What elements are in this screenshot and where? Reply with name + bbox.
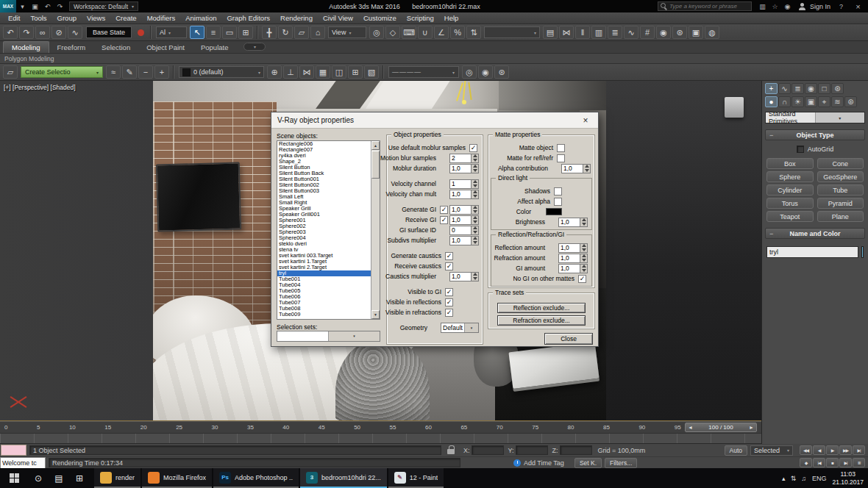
time-slider-track[interactable]: 05101520253035404550556065707580859095 ◄… bbox=[0, 421, 761, 433]
material-slot-dropdown[interactable]: 0 (default) ▾ bbox=[179, 66, 264, 78]
add-time-tag[interactable]: Add Time Tag bbox=[513, 459, 564, 467]
menu-item[interactable]: Edit bbox=[3, 14, 25, 22]
snaps-toggle-icon[interactable]: ∪ bbox=[418, 26, 433, 39]
modify-tab-icon[interactable]: ∿ bbox=[778, 83, 791, 94]
redo-icon[interactable]: ↷ bbox=[19, 26, 34, 39]
undo-icon[interactable]: ↶ bbox=[42, 1, 53, 11]
select-and-manipulate-icon[interactable]: ◇ bbox=[385, 26, 400, 39]
start-button[interactable] bbox=[0, 468, 28, 488]
value-field[interactable]: 1 bbox=[449, 179, 472, 189]
selected-set-dropdown[interactable]: Selected ▾ bbox=[750, 445, 793, 456]
go-to-end-icon[interactable]: ▶| bbox=[853, 445, 865, 455]
uvw-map-icon[interactable]: ◫ bbox=[332, 65, 346, 79]
align-icon[interactable]: ‖ bbox=[575, 26, 590, 39]
keyboard-override-icon[interactable]: ⌨ bbox=[402, 26, 416, 39]
rectangular-selection-region-icon[interactable]: ▭ bbox=[222, 26, 237, 39]
value-field[interactable]: 1,0 bbox=[558, 254, 580, 263]
primitive-button[interactable]: GeoSphere bbox=[817, 171, 864, 182]
go-to-start-icon[interactable]: ◀◀ bbox=[800, 445, 812, 455]
spinner[interactable] bbox=[583, 164, 591, 173]
menu-item[interactable]: Views bbox=[82, 14, 110, 22]
previous-frame-icon[interactable]: ◄ bbox=[688, 425, 693, 430]
property-checkbox[interactable] bbox=[554, 198, 562, 206]
menu-item[interactable]: Rendering bbox=[275, 14, 318, 22]
scroll-down-icon[interactable]: ▼ bbox=[371, 310, 380, 319]
array-tool-icon[interactable]: ▦ bbox=[316, 65, 330, 79]
curve-editor-icon[interactable]: ∿ bbox=[624, 26, 638, 39]
settings-icon[interactable]: ⊛ bbox=[494, 65, 509, 79]
taskbar-app-paint[interactable]: ✎ 12 - Paint bbox=[388, 468, 444, 488]
network-icon[interactable]: ⇅ bbox=[791, 475, 797, 482]
menu-item[interactable]: Modifiers bbox=[142, 14, 181, 22]
render-setup-icon[interactable]: ⊛ bbox=[672, 26, 687, 39]
light-color-swatch[interactable] bbox=[546, 208, 562, 215]
menu-item[interactable]: Customize bbox=[358, 14, 402, 22]
track-bar[interactable] bbox=[0, 433, 761, 444]
community-icon[interactable]: ▥ bbox=[757, 1, 768, 11]
named-selection-sets-icon[interactable]: ▤ bbox=[543, 26, 558, 39]
menu-item[interactable]: Scripting bbox=[402, 14, 439, 22]
unwrap-uvw-icon[interactable]: ⊞ bbox=[348, 65, 363, 79]
schematic-view-icon[interactable]: # bbox=[640, 26, 655, 39]
x-coordinate-field[interactable] bbox=[472, 445, 504, 455]
taskbar-app-render[interactable]: render bbox=[94, 468, 140, 488]
property-dropdown[interactable]: Default ▾ bbox=[441, 323, 479, 333]
maxscript-mini-listener[interactable] bbox=[1, 445, 26, 456]
volume-icon[interactable]: ♫ bbox=[801, 475, 806, 482]
object-type-rollout[interactable]: Object Type bbox=[765, 129, 865, 140]
value-field[interactable]: 1,0 bbox=[449, 205, 472, 215]
search-box[interactable] bbox=[658, 1, 752, 11]
favorites-icon[interactable]: ☆ bbox=[769, 1, 780, 11]
next-frame-icon[interactable]: ► bbox=[749, 425, 754, 430]
ribbon-minimize-toggle[interactable]: ▾ bbox=[243, 43, 266, 51]
property-checkbox[interactable] bbox=[440, 206, 448, 214]
scene-objects-list[interactable]: Rectangle006Rectangle007ry4ka dveriShape… bbox=[277, 140, 380, 320]
play-animation-icon[interactable]: ▶ bbox=[826, 445, 839, 455]
menu-item[interactable]: Civil View bbox=[318, 14, 358, 22]
shrink-selection-icon[interactable]: − bbox=[138, 65, 153, 79]
isolate-selection-icon[interactable]: ◎ bbox=[462, 65, 477, 79]
primitive-button[interactable]: Cone bbox=[817, 158, 864, 169]
ribbon-tab[interactable]: Populate bbox=[193, 42, 237, 53]
value-field[interactable]: 2 bbox=[449, 154, 472, 163]
space-warps-category-icon[interactable]: ≋ bbox=[831, 96, 844, 107]
percent-snap-icon[interactable]: % bbox=[450, 26, 465, 39]
workspace-dropdown[interactable]: Workspace: Default ▾ bbox=[69, 1, 138, 11]
sign-in-button[interactable]: Sign In bbox=[810, 3, 830, 10]
base-state-button[interactable]: Base State bbox=[86, 26, 132, 38]
reference-coordinate-dropdown[interactable]: View ▾ bbox=[328, 26, 366, 38]
spinner[interactable] bbox=[580, 264, 588, 273]
value-field[interactable]: 1,0 bbox=[449, 236, 472, 245]
material-editor-icon[interactable]: ◉ bbox=[656, 26, 671, 39]
primitive-button[interactable]: Cylinder bbox=[766, 184, 814, 195]
select-by-name-icon[interactable]: ≡ bbox=[206, 26, 221, 39]
utilities-tab-icon[interactable]: ⊛ bbox=[831, 83, 844, 94]
snapshot-icon[interactable]: ▧ bbox=[364, 65, 379, 79]
hierarchy-tab-icon[interactable]: ≣ bbox=[791, 83, 804, 94]
spinner[interactable] bbox=[472, 205, 479, 215]
trace-exclude-button[interactable]: Refraction exclude... bbox=[497, 315, 586, 326]
modifiers-icon[interactable]: ▱ bbox=[3, 65, 18, 79]
property-checkbox[interactable] bbox=[445, 252, 453, 260]
maxscript-listener-white[interactable]: Welcome tc bbox=[0, 457, 46, 469]
polygon-modeling-panel-label[interactable]: Polygon Modeling bbox=[4, 55, 54, 62]
record-state-icon[interactable] bbox=[138, 29, 144, 36]
lights-category-icon[interactable]: ☀ bbox=[791, 96, 804, 107]
ribbon-tab[interactable]: Freeform bbox=[49, 42, 94, 53]
spinner[interactable] bbox=[472, 236, 479, 245]
undo-icon[interactable]: ↶ bbox=[3, 26, 18, 39]
menu-item[interactable]: Create bbox=[110, 14, 142, 22]
scrollbar-thumb[interactable] bbox=[371, 151, 380, 179]
unlink-selection-icon[interactable]: ⊘ bbox=[51, 26, 66, 39]
property-checkbox[interactable] bbox=[445, 288, 453, 296]
time-slider-handle[interactable]: ◄ 100 / 100 ► bbox=[685, 423, 757, 432]
menu-item[interactable]: Tools bbox=[25, 14, 51, 22]
property-checkbox[interactable] bbox=[578, 275, 586, 283]
object-color-swatch[interactable] bbox=[861, 246, 864, 258]
menu-item[interactable]: Graph Editors bbox=[221, 14, 275, 22]
z-coordinate-field[interactable] bbox=[560, 445, 592, 455]
display-toggle-icon[interactable]: ◉ bbox=[478, 65, 493, 79]
close-icon[interactable]: × bbox=[579, 115, 592, 126]
select-and-rotate-icon[interactable]: ↻ bbox=[278, 26, 293, 39]
select-and-scale-icon[interactable]: ▱ bbox=[294, 26, 309, 39]
